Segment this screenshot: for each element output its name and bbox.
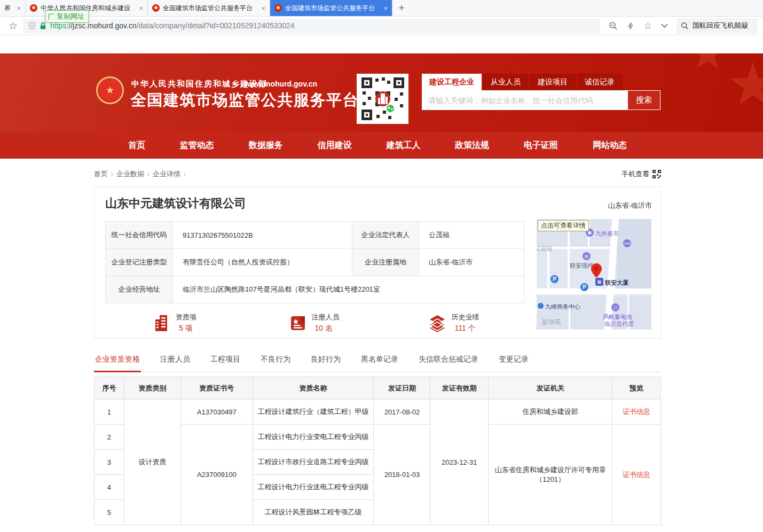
cell-preview: 证书信息 <box>612 425 661 525</box>
nav-e-license[interactable]: 电子证照 <box>524 140 558 151</box>
flag-star-decoration <box>689 53 726 72</box>
nav-supervision[interactable]: 监管动态 <box>180 140 214 151</box>
browser-toolbar-icons: ☆ <box>609 20 668 32</box>
search-tab-enterprise[interactable]: 建设工程企业 <box>422 74 482 90</box>
browser-address-bar: ☆ https://jzsc.mohurd.gov.cn/data/compan… <box>0 17 763 35</box>
mobile-view-button[interactable]: 手机查看 <box>622 169 661 179</box>
bookmark-star-icon[interactable]: ☆ <box>9 20 18 32</box>
tab-title: 界 <box>4 4 12 13</box>
stat-registered-personnel[interactable]: 注册人员 10 名 <box>245 312 384 333</box>
search-tab-personnel[interactable]: 从业人员 <box>483 74 529 90</box>
col-header-cert-no: 资质证书号 <box>180 377 253 400</box>
certificate-info-link[interactable]: 证书信息 <box>623 471 650 479</box>
tab-change-records[interactable]: 变更记录 <box>498 351 530 372</box>
search-button[interactable]: 搜索 <box>627 90 660 110</box>
reg-region-value: 山东省-临沂市 <box>419 249 524 276</box>
breadcrumb-company-data[interactable]: 企业数据 <box>116 169 144 179</box>
search-tab-project[interactable]: 建设项目 <box>530 74 576 90</box>
tab-blacklist[interactable]: 黑名单记录 <box>360 351 399 372</box>
nav-workers[interactable]: 建筑工人 <box>386 140 420 151</box>
copy-url-tooltip-text: 复制网址 <box>57 12 84 21</box>
location-marker-icon <box>591 263 602 278</box>
business-pin-icon <box>538 303 544 309</box>
tab-good-behavior[interactable]: 良好行为 <box>310 351 342 372</box>
cell-name: 工程设计市政行业道路工程专业丙级 <box>253 450 374 475</box>
browser-tab-3-active[interactable]: 全国建筑市场监管公共服务平台 × <box>270 0 392 16</box>
cell-no: 3 <box>95 450 124 475</box>
national-emblem: ★ <box>96 76 125 106</box>
search-category-tabs: 建设工程企业 从业人员 建设项目 诚信记录 <box>422 74 660 90</box>
nav-policy[interactable]: 政策法规 <box>455 140 489 151</box>
chevron-down-icon[interactable] <box>661 24 668 28</box>
cell-cert-no: A237009100 <box>180 425 253 525</box>
cell-name: 工程设计电力行业送电工程专业丙级 <box>253 475 374 500</box>
tab-close-icon[interactable]: × <box>139 4 143 12</box>
stat-historical-performance[interactable]: 历史业绩 111 个 <box>384 312 523 333</box>
tab-dishonesty-records[interactable]: 失信联合惩戒记录 <box>418 351 479 372</box>
cell-cert-no: A137030497 <box>180 400 253 425</box>
cell-name: 工程设计电力行业变电工程专业丙级 <box>253 425 374 450</box>
col-header-preview: 预览 <box>612 377 661 400</box>
company-stats: 资质项 5 项 注册人员 10 名 <box>105 312 524 333</box>
stat-value: 111 个 <box>452 324 479 333</box>
browser-tab-bar: 界 × 中华人民共和国住房和城乡建设 × 全国建筑市场监管公共服务平台 × 全国… <box>0 0 763 17</box>
qr-code <box>357 74 408 124</box>
cell-no: 4 <box>95 475 124 500</box>
parking-icon: P <box>580 283 588 291</box>
browser-tab-0[interactable]: 界 × <box>0 0 26 16</box>
map-label-battery-2: 临沂总代理 <box>604 320 634 328</box>
atm-pin-icon: ATM <box>623 239 631 247</box>
map-label-xinhuayuan: 新华苑 <box>542 318 561 327</box>
nav-home[interactable]: 首页 <box>128 140 145 151</box>
new-tab-button[interactable]: + <box>392 0 411 16</box>
qr-code-icon <box>652 170 661 178</box>
favorite-star-icon[interactable]: ☆ <box>644 20 652 32</box>
cell-authority: 住房和城乡建设部 <box>489 400 612 425</box>
credit-code-value: 91371302675501022B <box>173 222 352 249</box>
map-tooltip: 点击可查看详情 <box>538 220 589 231</box>
tab-qualifications[interactable]: 企业资质资格 <box>94 351 141 372</box>
map-label-supermarket: 九州超市 <box>595 230 619 238</box>
search-tab-credit[interactable]: 诚信记录 <box>577 74 623 90</box>
company-location-map[interactable]: 点击可查看详情 ▣ 九州超市 ATM 纪花园 ▤ 联安现代城 ▦ 联安大厦 P … <box>537 219 651 330</box>
url-field[interactable]: https://jzsc.mohurd.gov.cn/data/company/… <box>23 19 600 33</box>
cell-name: 工程设计建筑行业（建筑工程）甲级 <box>253 400 374 425</box>
breadcrumb-home[interactable]: 首页 <box>94 169 108 179</box>
tab-projects[interactable]: 工程项目 <box>209 351 241 372</box>
tab-close-icon[interactable]: × <box>383 4 388 12</box>
keyword-search-input[interactable] <box>422 90 627 110</box>
parking-icon: P <box>550 275 559 283</box>
stat-value: 10 名 <box>312 324 340 333</box>
legal-rep-label: 企业法定代表人 <box>352 222 419 249</box>
breadcrumb-separator: › <box>111 170 113 178</box>
breadcrumb-company-detail[interactable]: 企业详情 <box>153 169 180 179</box>
browser-search-box[interactable]: 国航回应飞机颠簸 <box>677 18 758 34</box>
company-name: 山东中元建筑设计有限公司 <box>95 187 660 212</box>
flash-icon[interactable] <box>627 21 635 30</box>
tab-close-icon[interactable]: × <box>17 4 21 12</box>
certificate-info-link[interactable]: 证书信息 <box>623 408 650 416</box>
stat-qualifications[interactable]: 资质项 5 项 <box>105 312 245 333</box>
company-region: 山东省-临沂市 <box>608 201 652 210</box>
main-navigation: 首页 监管动态 数据服务 信用建设 建筑工人 政策法规 电子证照 网站动态 <box>0 132 763 159</box>
zoom-out-icon[interactable] <box>609 21 618 30</box>
tab-registered-personnel[interactable]: 注册人员 <box>159 351 191 372</box>
tab-title: 全国建筑市场监管公共服务平台 <box>285 4 379 13</box>
nav-data-service[interactable]: 数据服务 <box>249 140 283 151</box>
address-label: 企业经营地址 <box>106 276 173 303</box>
building-pin-icon: ▤ <box>583 252 591 260</box>
company-info-table: 统一社会信用代码 91371302675501022B 企业法定代表人 公茂福 … <box>105 221 524 303</box>
stat-label: 注册人员 <box>312 312 340 322</box>
reg-region-label: 企业注册属地 <box>352 249 419 276</box>
ministry-website: www.mohurd.gov.cn <box>245 80 317 88</box>
tab-close-icon[interactable]: × <box>261 4 265 12</box>
reg-type-label: 企业登记注册类型 <box>106 249 173 276</box>
browser-tab-2[interactable]: 全国建筑市场监管公共服务平台 × <box>148 0 270 16</box>
map-label-business-center: 九峰商务中心 <box>545 303 580 311</box>
shield-icon[interactable] <box>28 21 36 30</box>
layers-icon <box>428 314 446 332</box>
nav-credit[interactable]: 信用建设 <box>318 140 352 151</box>
stat-label: 资质项 <box>176 312 196 322</box>
tab-bad-behavior[interactable]: 不良行为 <box>259 351 292 372</box>
nav-site-news[interactable]: 网站动态 <box>593 140 627 151</box>
